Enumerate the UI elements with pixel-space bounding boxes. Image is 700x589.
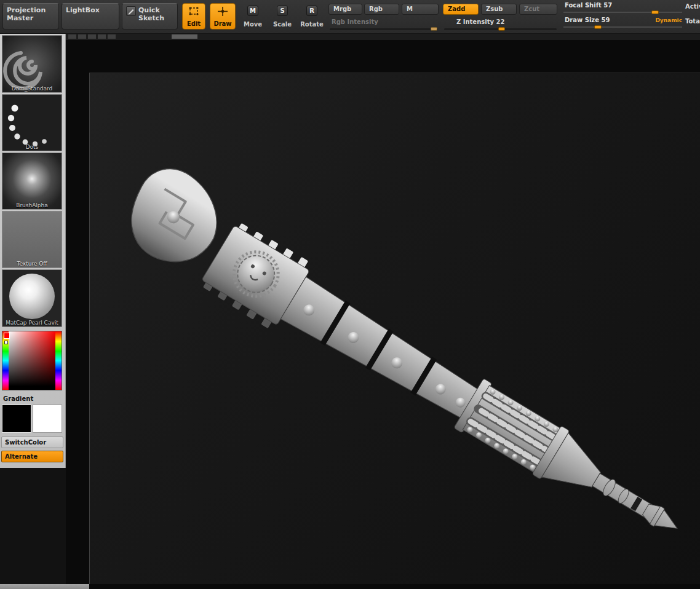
- rotate-icon: R: [306, 6, 317, 16]
- secondary-color-swatch: [4, 341, 8, 344]
- active-points-label: Activ: [685, 3, 700, 10]
- zsub-button[interactable]: Zsub: [481, 4, 517, 15]
- slider-handle[interactable]: [498, 27, 505, 31]
- texture-label: Texture Off: [2, 261, 62, 267]
- brush-selector[interactable]: Dam_Standard: [2, 35, 62, 93]
- bottom-resize-strip[interactable]: [0, 584, 89, 589]
- slider-track: [563, 12, 682, 13]
- draw-size-label: Draw Size: [565, 17, 599, 23]
- secondary-color-swatch-large[interactable]: [33, 405, 62, 433]
- tray-divider-handle[interactable]: [68, 34, 76, 39]
- draw-crosshair-icon: [217, 6, 228, 18]
- total-points-label: Tota: [685, 18, 700, 25]
- brush-label: Dam_Standard: [2, 85, 62, 92]
- projection-master-button[interactable]: Projection Master: [2, 3, 59, 30]
- rgb-button[interactable]: Rgb: [364, 4, 399, 15]
- matcap-sphere-icon: [9, 274, 55, 319]
- scale-icon: S: [277, 6, 288, 16]
- slider-handle[interactable]: [594, 25, 602, 29]
- slider-handle[interactable]: [651, 10, 659, 14]
- material-selector[interactable]: MatCap Pearl Cavit: [2, 269, 62, 327]
- slider-track: [563, 26, 682, 28]
- alpha-selector[interactable]: BrushAlpha: [2, 152, 62, 210]
- main-color-swatch[interactable]: [2, 405, 31, 433]
- alpha-label: BrushAlpha: [2, 202, 62, 208]
- handle: [542, 433, 662, 533]
- rotate-button[interactable]: R Rotate: [299, 3, 325, 30]
- slider-track: [330, 28, 438, 30]
- quick-sketch-label: Quick Sketch: [138, 6, 170, 22]
- draw-size-value: 59: [601, 17, 610, 23]
- material-label: MatCap Pearl Cavit: [2, 320, 62, 326]
- quick-sketch-button[interactable]: Quick Sketch: [122, 3, 178, 30]
- saturation-value-square[interactable]: [9, 331, 55, 390]
- sculpt-model: [90, 73, 700, 584]
- slider-handle[interactable]: [431, 27, 437, 31]
- current-color-swatch: [4, 333, 10, 339]
- mace-shaft: [280, 277, 484, 426]
- color-picker[interactable]: [2, 331, 62, 390]
- tray-divider-handle[interactable]: [88, 34, 96, 39]
- zadd-button[interactable]: Zadd: [443, 4, 479, 15]
- brush-swirl-icon: [2, 36, 62, 92]
- stroke-label: Dots: [2, 144, 62, 150]
- rgb-intensity-label: Rgb Intensity: [328, 18, 439, 26]
- focal-shift-label: Focal Shift: [565, 2, 602, 9]
- pencil-icon: [126, 6, 136, 16]
- tray-divider-handle[interactable]: [108, 34, 116, 39]
- texture-selector[interactable]: Texture Off: [2, 211, 62, 268]
- tray-handle-strip: [66, 34, 700, 40]
- sculpt-document[interactable]: [89, 73, 700, 584]
- m-button[interactable]: M: [402, 4, 439, 15]
- edit-marquee-icon: [188, 6, 199, 18]
- rotate-label: Rotate: [300, 21, 324, 28]
- tray-divider-handle[interactable]: [98, 34, 106, 39]
- rgb-intensity-slider[interactable]: Rgb Intensity: [328, 18, 439, 31]
- switch-color-button[interactable]: SwitchColor: [1, 437, 63, 448]
- tray-scroll-handle[interactable]: [172, 34, 197, 39]
- edit-button[interactable]: Edit: [182, 3, 205, 30]
- focal-shift-slider[interactable]: Focal Shift 57: [563, 2, 682, 14]
- dynamic-toggle[interactable]: Dynamic: [655, 17, 682, 23]
- viewport-canvas[interactable]: [66, 40, 700, 589]
- stroke-selector[interactable]: Dots: [2, 94, 62, 151]
- draw-button[interactable]: Draw: [210, 3, 236, 30]
- draw-label: Draw: [213, 20, 231, 27]
- scale-label: Scale: [273, 21, 292, 28]
- tray-divider-handle[interactable]: [78, 34, 86, 39]
- left-tray-panel: Dam_Standard Dots BrushAlpha Textu: [0, 34, 66, 468]
- edit-label: Edit: [187, 20, 201, 27]
- z-intensity-slider[interactable]: Z Intensity 22: [443, 18, 558, 31]
- alpha-radial-icon: [2, 153, 62, 209]
- move-label: Move: [244, 21, 262, 28]
- left-tray: Dam_Standard Dots BrushAlpha Textu: [0, 34, 66, 589]
- lightbox-button[interactable]: LightBox: [62, 3, 119, 30]
- move-button[interactable]: M Move: [241, 3, 264, 30]
- z-intensity-label: Z Intensity: [456, 18, 494, 25]
- alternate-button[interactable]: Alternate: [1, 451, 63, 462]
- draw-size-slider[interactable]: Draw Size 59 Dynamic: [563, 17, 682, 29]
- zcut-button[interactable]: Zcut: [519, 4, 557, 15]
- scale-button[interactable]: S Scale: [270, 3, 295, 30]
- stroke-dots-icon: [2, 95, 62, 151]
- texture-off-icon: [2, 211, 62, 267]
- mrgb-button[interactable]: Mrgb: [328, 4, 362, 15]
- z-intensity-value: 22: [496, 18, 504, 25]
- gradient-label: Gradient: [3, 395, 33, 402]
- move-icon: M: [247, 6, 258, 16]
- top-toolbar: Projection Master LightBox Quick Sketch …: [0, 0, 700, 34]
- focal-shift-value: 57: [603, 2, 612, 9]
